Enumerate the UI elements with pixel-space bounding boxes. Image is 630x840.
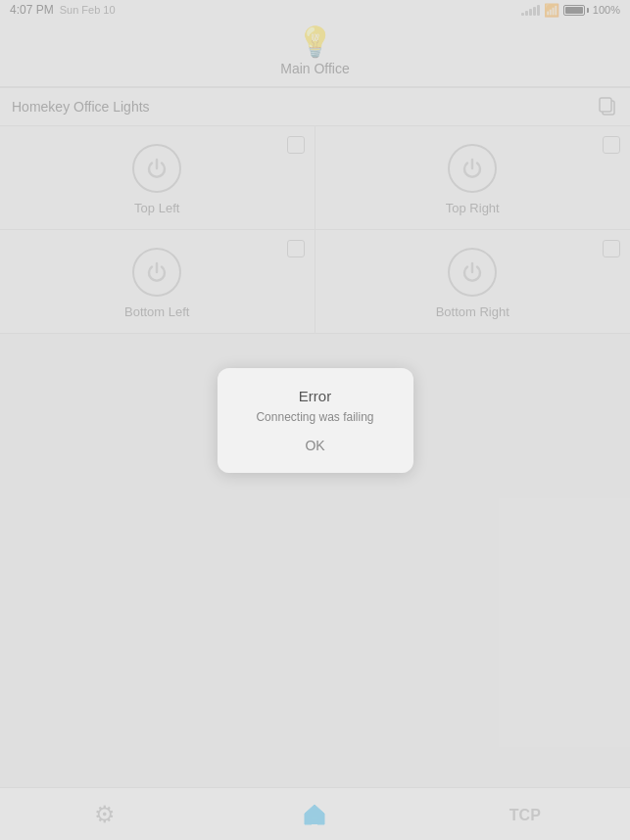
error-message: Connecting was failing (247, 410, 384, 424)
error-dialog: Error Connecting was failing OK (218, 368, 413, 473)
error-overlay: Error Connecting was failing OK (0, 0, 630, 840)
error-ok-button[interactable]: OK (247, 438, 384, 453)
error-title: Error (247, 388, 384, 404)
